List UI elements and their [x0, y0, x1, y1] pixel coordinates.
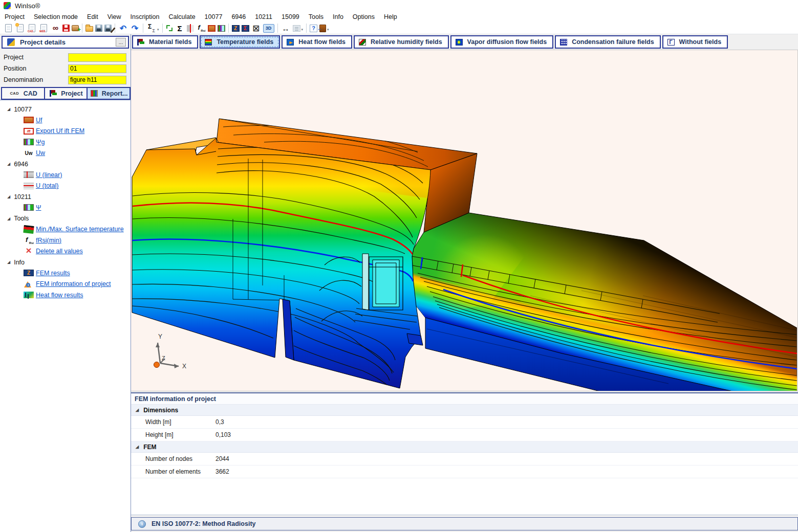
help-icon[interactable] [310, 25, 317, 32]
more-button[interactable]: ... [116, 38, 126, 47]
save-as-icon[interactable] [104, 25, 112, 32]
expander-icon[interactable]: ◢ [7, 260, 10, 264]
tree-group-10211[interactable]: ◢10211 [0, 191, 131, 202]
material-fields-icon [137, 39, 144, 46]
tree-link--[interactable]: Ψ [36, 204, 41, 211]
redo-icon[interactable] [130, 24, 140, 33]
tree-link-u-linear-[interactable]: U (linear) [36, 171, 62, 179]
menu-item-15099[interactable]: 15099 [277, 12, 304, 21]
expander-icon[interactable]: ◢ [7, 162, 10, 166]
zoom-fit-icon[interactable] [166, 25, 173, 32]
menu-item-6946[interactable]: 6946 [227, 12, 250, 21]
expander-icon[interactable]: ◢ [7, 194, 10, 199]
fem-info-panel: FEM information of project ◢DimensionsWi… [131, 392, 798, 515]
status-bar: EN ISO 10077-2: Method Radiosity [131, 517, 798, 530]
save-project-icon[interactable] [62, 25, 70, 32]
menu-item-help[interactable]: Help [379, 12, 402, 21]
report-list-icon[interactable] [293, 25, 300, 32]
tree-group-6946[interactable]: ◢6946 [0, 159, 131, 169]
menu-item-10077[interactable]: 10077 [200, 12, 227, 21]
open-folder-icon[interactable] [85, 26, 93, 32]
psi-glazing-icon[interactable] [218, 25, 225, 32]
fem-results-icon[interactable] [232, 25, 240, 32]
fem-sum-icon[interactable] [242, 25, 249, 32]
add-database-icon[interactable] [72, 25, 79, 31]
fem-info-icon [24, 280, 34, 288]
tree-link-uf[interactable]: Uf [36, 117, 42, 124]
tree-item: Uw [0, 148, 131, 159]
toolbar-separator [306, 24, 307, 33]
tab-project[interactable]: Project [44, 87, 88, 100]
tree-link-u-total-[interactable]: U (total) [36, 182, 58, 189]
dropdown-caret-icon[interactable]: ▾ [327, 28, 329, 32]
tree-group-info[interactable]: ◢Info [0, 257, 131, 268]
u-total-icon [24, 183, 34, 189]
tree-link--g[interactable]: Ψg [36, 139, 45, 146]
tree-link-fem-results[interactable]: FEM results [36, 270, 70, 277]
info-group-fem[interactable]: ◢FEM [131, 441, 798, 453]
view-3d-button[interactable] [263, 24, 274, 33]
cross-section-icon[interactable] [187, 25, 194, 32]
frsi-icon[interactable] [196, 24, 206, 33]
tree-link-heat-flow-results[interactable]: Heat flow results [36, 292, 83, 299]
tab-heat-flow-fields[interactable]: Heat flow fields [282, 35, 352, 49]
tree-link-uw[interactable]: Uw [36, 149, 45, 157]
tab-cad[interactable]: CAD [1, 87, 45, 100]
mesh-icon[interactable] [251, 24, 261, 33]
new-cad-document-icon[interactable] [29, 24, 35, 32]
new-web-document-icon[interactable] [40, 24, 47, 32]
new-project-icon[interactable] [17, 24, 24, 32]
dropdown-caret-icon[interactable]: ▾ [301, 28, 304, 32]
menu-item-tools[interactable]: Tools [304, 12, 328, 21]
dropdown-caret-icon[interactable]: ▾ [157, 28, 159, 32]
calculate-sum-icon[interactable] [146, 24, 156, 33]
tree-link-export-uf-ift-fem[interactable]: Export Uf ift FEM [36, 127, 84, 135]
tab-relative-humidity-fields[interactable]: Relative humidity fields [354, 35, 449, 49]
tab-temperature-fields[interactable]: Temperature fields [200, 35, 280, 49]
expander-icon[interactable]: ◢ [7, 107, 10, 112]
vapor-diffusion-flow-fields-icon [456, 39, 463, 46]
new-document-icon[interactable] [5, 24, 12, 32]
tab-report[interactable]: Report... [87, 87, 131, 100]
thermal-3d-view[interactable]: YXZ [131, 50, 797, 391]
menu-item-inscription[interactable]: Inscription [126, 12, 164, 21]
menu-item-edit[interactable]: Edit [82, 12, 103, 21]
tree-link-fem-information-of-project[interactable]: FEM information of project [36, 280, 111, 287]
uf-frame-icon[interactable] [208, 25, 215, 32]
tree-item: fRsi(min) [0, 235, 131, 246]
menu-item-view[interactable]: View [103, 12, 126, 21]
field-input-position[interactable] [68, 64, 126, 73]
expander-icon[interactable]: ◢ [136, 408, 139, 412]
frsi-icon [24, 236, 34, 245]
tree-group-tools[interactable]: ◢Tools [0, 213, 131, 224]
search-icon[interactable] [51, 24, 60, 33]
tree-link-frsi-min-[interactable]: fRsi(min) [36, 237, 61, 244]
tab-material-fields[interactable]: Material fields [132, 35, 198, 49]
dimension-icon[interactable] [281, 24, 291, 33]
tab-without-fields[interactable]: Without fields [662, 35, 728, 49]
menu-item-options[interactable]: Options [348, 12, 379, 21]
menu-item-project[interactable]: Project [0, 12, 29, 21]
toolbar-separator [277, 24, 278, 33]
save-icon[interactable] [95, 25, 102, 32]
menu-item-info[interactable]: Info [328, 12, 348, 21]
menu-item-10211[interactable]: 10211 [250, 12, 277, 21]
tab-vapor-diffusion-flow-fields[interactable]: Vapor diffusion flow fields [450, 35, 554, 49]
expander-icon[interactable]: ◢ [7, 216, 10, 221]
tree-item: Export Uf ift FEM [0, 126, 131, 137]
menu-item-calculate[interactable]: Calculate [164, 12, 200, 21]
field-input-denomination[interactable] [68, 76, 126, 84]
menu-item-selection-mode[interactable]: Selection mode [29, 12, 82, 21]
tab-condensation-failure-fields[interactable]: Condensation failure fields [555, 35, 660, 49]
exit-icon[interactable] [319, 25, 326, 32]
toolbar-separator [143, 24, 143, 33]
undo-icon[interactable] [118, 24, 128, 33]
viewport-3d[interactable]: YXZ [131, 50, 798, 391]
tree-link-min-max-surface-temperature[interactable]: Min./Max. Surface temperature [36, 226, 124, 233]
field-input-project[interactable] [68, 53, 126, 62]
info-group-dimensions[interactable]: ◢Dimensions [131, 405, 798, 416]
sum-icon[interactable] [175, 24, 185, 33]
expander-icon[interactable]: ◢ [136, 445, 139, 449]
tree-group-10077[interactable]: ◢10077 [0, 104, 131, 115]
tree-link-delete-all-values[interactable]: Delete all values [36, 248, 83, 255]
